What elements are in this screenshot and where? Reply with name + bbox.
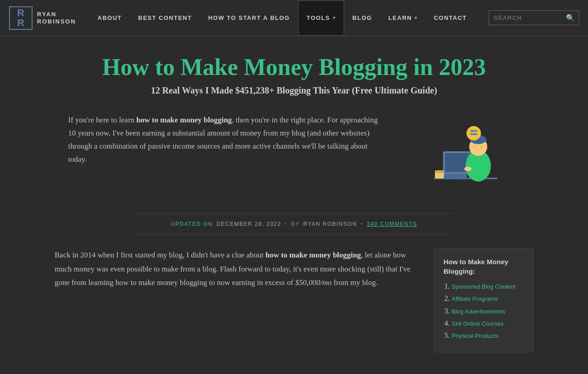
nav-contact[interactable]: CONTACT — [426, 0, 475, 36]
intro-text: If you're here to learn how to make mone… — [68, 114, 384, 166]
nav-tools[interactable]: TOOLS ▾ — [298, 0, 345, 36]
sidebar-link-2[interactable]: Affiliate Programs — [452, 295, 498, 302]
body-paragraph: Back in 2014 when I first started my blo… — [55, 248, 416, 290]
svg-point-17 — [464, 167, 471, 171]
search-input[interactable] — [494, 14, 566, 21]
svg-rect-5 — [442, 174, 467, 178]
list-item: Sponsored Blog Content — [452, 282, 524, 291]
sidebar-list: Sponsored Blog Content Affiliate Program… — [443, 282, 524, 340]
article-subtitle: 12 Real Ways I Made $451,238+ Blogging T… — [102, 85, 485, 96]
updated-label: UPDATED ON — [171, 221, 213, 227]
nav-learn[interactable]: LEARN ▾ — [380, 0, 426, 36]
svg-point-12 — [480, 145, 483, 148]
dot-separator-2: • — [361, 221, 364, 227]
author-name: RYAN ROBINSON — [303, 221, 357, 227]
learn-dropdown-chevron: ▾ — [415, 15, 418, 20]
article-header: How to Make Money Blogging in 2023 12 Re… — [102, 54, 485, 96]
main-nav: ABOUT BEST CONTENT HOW TO START A BLOG T… — [89, 0, 489, 36]
publish-date: DECEMBER 28, 2022 — [216, 221, 281, 227]
main-content: How to Make Money Blogging in 2023 12 Re… — [0, 36, 588, 361]
dot-separator-1: • — [285, 221, 288, 227]
article-body: Back in 2014 when I first started my blo… — [55, 248, 416, 290]
search-icon: 🔍 — [566, 14, 575, 22]
logo-name: RYAN ROBINSON — [37, 11, 76, 25]
list-item: Affiliate Programs — [452, 295, 524, 303]
svg-rect-14 — [470, 130, 477, 132]
list-item: Sell Online Courses — [452, 319, 524, 328]
site-logo[interactable]: RR RYAN ROBINSON — [9, 6, 76, 30]
sidebar-title: How to Make Money Blogging: — [443, 257, 524, 276]
list-item: Blog Advertisements — [452, 307, 524, 316]
content-layout: Back in 2014 when I first started my blo… — [55, 248, 533, 352]
logo-box: RR — [9, 6, 33, 30]
intro-section: If you're here to learn how to make mone… — [68, 114, 520, 195]
svg-rect-15 — [470, 133, 477, 135]
comments-link[interactable]: 340 COMMENTS — [367, 221, 417, 227]
by-label: BY — [291, 221, 299, 227]
sidebar-link-3[interactable]: Blog Advertisements — [452, 308, 505, 315]
article-title: How to Make Money Blogging in 2023 — [102, 54, 485, 80]
logo-initials: RR — [17, 8, 24, 28]
search-bar: 🔍 — [489, 10, 579, 25]
search-button[interactable]: 🔍 — [566, 14, 575, 22]
svg-rect-7 — [435, 170, 444, 173]
site-header: RR RYAN ROBINSON ABOUT BEST CONTENT HOW … — [0, 0, 588, 36]
tools-dropdown-chevron: ▾ — [333, 15, 336, 20]
nav-best-content[interactable]: BEST CONTENT — [130, 0, 200, 36]
intro-illustration — [402, 114, 520, 195]
nav-blog[interactable]: BLOG — [344, 0, 380, 36]
sidebar-link-5[interactable]: Physical Products — [452, 332, 498, 339]
sidebar-link-1[interactable]: Sponsored Blog Content — [452, 283, 516, 290]
sidebar-toc: How to Make Money Blogging: Sponsored Bl… — [434, 248, 533, 352]
blogger-illustration — [407, 116, 515, 193]
sidebar-link-4[interactable]: Sell Online Courses — [452, 320, 504, 327]
nav-about[interactable]: ABOUT — [89, 0, 130, 36]
svg-rect-2 — [454, 178, 470, 179]
svg-point-11 — [474, 145, 476, 148]
meta-bar: UPDATED ON DECEMBER 28, 2022 • BY RYAN R… — [136, 213, 452, 235]
list-item: Physical Products — [452, 332, 524, 340]
nav-how-to-start-blog[interactable]: HOW TO START A BLOG — [200, 0, 298, 36]
